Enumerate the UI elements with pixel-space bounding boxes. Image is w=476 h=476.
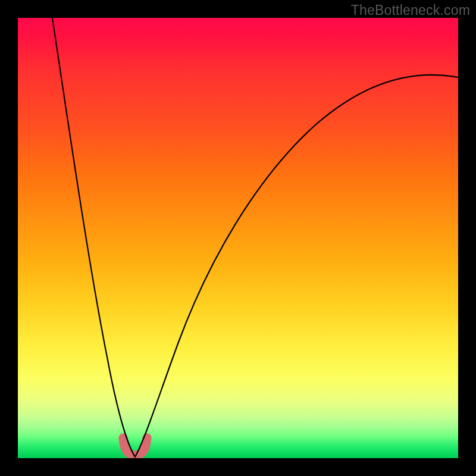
curve-layer — [18, 18, 458, 458]
plot-area — [18, 18, 458, 458]
curve-left-branch — [52, 18, 135, 457]
outer-frame: TheBottleneck.com — [0, 0, 476, 476]
watermark-text: TheBottleneck.com — [351, 2, 470, 18]
curve-right-branch — [135, 75, 458, 457]
